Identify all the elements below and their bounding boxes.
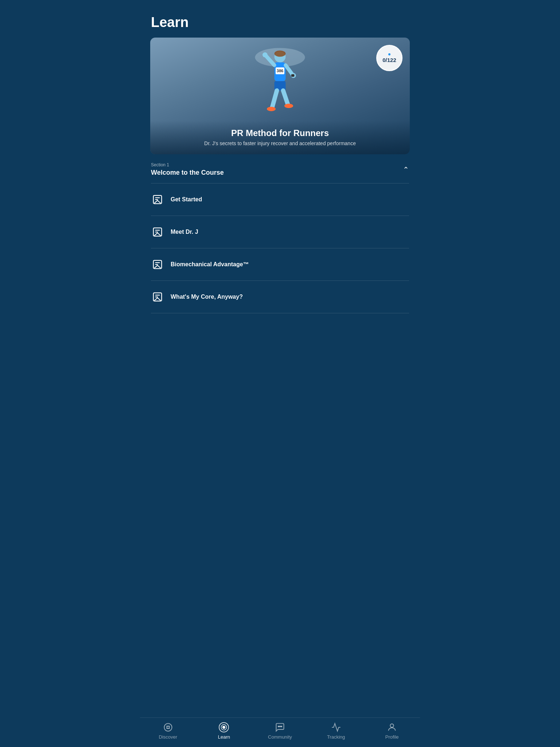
lesson-item[interactable]: Biomechanical Advantage™ (140, 248, 420, 280)
bottom-navigation: Discover Learn Community (140, 717, 420, 747)
nav-item-discover[interactable]: Discover (155, 722, 181, 740)
nav-item-tracking[interactable]: Tracking (323, 722, 349, 740)
course-subtitle: Dr. J's secrets to faster injury recover… (158, 140, 402, 146)
section-label: Section 1 (151, 162, 224, 167)
nav-label-learn: Learn (218, 734, 230, 740)
chevron-up-icon: ⌃ (403, 165, 409, 174)
progress-counter: 0/122 (382, 57, 396, 63)
hero-text-overlay: PR Method for Runners Dr. J's secrets to… (150, 121, 410, 154)
lesson-title: Get Started (171, 196, 202, 203)
nav-label-tracking: Tracking (327, 734, 345, 740)
course-content: Section 1 Welcome to the Course ⌃ Get St… (140, 154, 420, 313)
learn-icon (219, 722, 229, 732)
runner-illustration: 386 (247, 45, 313, 132)
section-info: Section 1 Welcome to the Course (151, 162, 224, 177)
lesson-icon (151, 258, 164, 271)
svg-point-25 (280, 726, 280, 727)
nav-item-profile[interactable]: Profile (379, 722, 405, 740)
nav-label-community: Community (268, 734, 292, 740)
svg-point-23 (223, 726, 225, 729)
svg-point-20 (164, 724, 172, 731)
progress-dot (388, 53, 390, 55)
svg-line-7 (285, 65, 292, 75)
lesson-title: Biomechanical Advantage™ (171, 261, 249, 268)
svg-rect-15 (291, 74, 295, 77)
svg-line-11 (272, 90, 277, 107)
nav-item-learn[interactable]: Learn (211, 722, 237, 740)
lesson-item[interactable]: Get Started (140, 183, 420, 216)
lesson-title: What's My Core, Anyway? (171, 294, 243, 300)
lesson-title: Meet Dr. J (171, 229, 198, 235)
nav-item-community[interactable]: Community (267, 722, 293, 740)
svg-point-26 (281, 726, 282, 727)
lesson-item[interactable]: Meet Dr. J (140, 216, 420, 248)
tracking-icon (331, 722, 341, 732)
nav-label-profile: Profile (385, 734, 399, 740)
svg-text:386: 386 (277, 69, 284, 73)
progress-badge: 0/122 (376, 45, 402, 71)
section-title: Welcome to the Course (151, 169, 224, 177)
lesson-icon (151, 225, 164, 239)
svg-point-8 (262, 53, 268, 58)
learn-active-indicator (219, 722, 229, 732)
svg-point-13 (267, 107, 276, 111)
nav-label-discover: Discover (159, 734, 178, 740)
svg-point-2 (275, 50, 286, 57)
lesson-icon (151, 193, 164, 206)
lesson-icon (151, 290, 164, 303)
course-title: PR Method for Runners (158, 128, 402, 138)
svg-point-24 (278, 726, 279, 727)
svg-point-14 (284, 104, 293, 108)
svg-line-12 (283, 90, 288, 104)
lesson-item[interactable]: What's My Core, Anyway? (140, 281, 420, 313)
profile-icon (387, 722, 397, 732)
discover-icon (163, 722, 173, 732)
svg-point-27 (390, 724, 394, 727)
section-header[interactable]: Section 1 Welcome to the Course ⌃ (140, 154, 420, 183)
page-title: Learn (151, 15, 409, 30)
header: Learn (140, 0, 420, 38)
hero-banner[interactable]: 386 0/122 PR Method for Runners Dr. J's … (150, 38, 410, 154)
community-icon (275, 722, 285, 732)
